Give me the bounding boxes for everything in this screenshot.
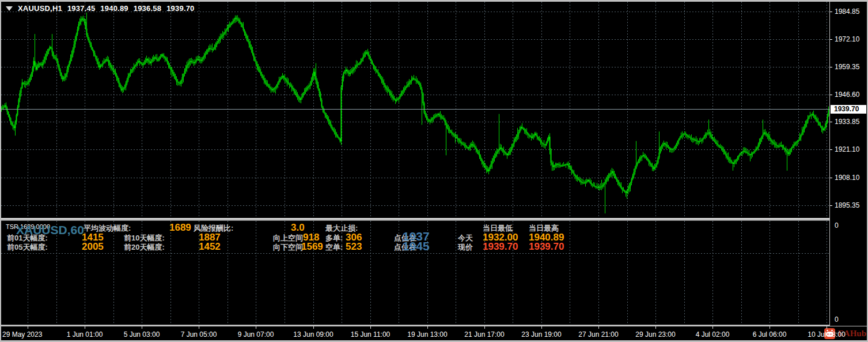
time-axis-tick (827, 326, 827, 329)
time-axis-label: 27 Jun 21:00 (578, 330, 618, 339)
time-axis-label: 1 Jun 01:00 (67, 330, 103, 339)
range-d20-label: 前20天幅度: (124, 242, 165, 253)
price-axis-label: 1984.85 (835, 7, 859, 16)
time-axis-label: 5 Jun 03:00 (124, 330, 160, 339)
price-axis-label: 1895.35 (835, 201, 859, 209)
avg-range-value: 1689 (169, 222, 191, 234)
down-space-label: 向下空间 (273, 242, 303, 253)
now-price-1: 1939.70 (483, 241, 518, 253)
price-axis-label: 1933.85 (835, 118, 859, 126)
time-axis-tick (370, 326, 371, 329)
symbol-watermark: XAUUSD,60 (16, 223, 84, 237)
time-axis-label: 13 Jun 09:00 (293, 330, 333, 339)
time-axis-tick (484, 326, 485, 329)
time-axis-tick (770, 326, 770, 329)
short-point-value: 1945 (403, 239, 430, 253)
indicator-axis-label: 0 (835, 221, 839, 230)
time-axis-label: 6 Jul 06:00 (753, 330, 787, 339)
price-axis-tick (830, 67, 832, 67)
price-axis-label: 1908.10 (835, 174, 859, 182)
short-label: 空单: (325, 242, 343, 253)
time-axis-label: 10 Jul 08:00 (808, 330, 845, 339)
price-axis-tick (830, 122, 832, 122)
price-axis-label: 1921.10 (835, 145, 859, 153)
indicator-axis-label: 0 (835, 315, 839, 324)
time-axis-tick (598, 326, 599, 329)
time-axis-tick (655, 326, 656, 329)
time-axis-tick (199, 326, 199, 329)
time-axis-label: 29 Jun 23:00 (635, 330, 675, 339)
time-axis-label: 15 Jun 11:00 (351, 330, 391, 339)
price-axis-label: 1946.60 (835, 91, 859, 99)
time-axis-tick (28, 326, 28, 329)
price-axis-tick (830, 149, 832, 150)
chart-ohlc-header: XAUUSD,H11937.451940.891936.581939.70 (6, 4, 200, 13)
price-axis-tick (830, 178, 832, 178)
frame-edge-top (0, 0, 868, 2)
ohlc-low: 1936.58 (134, 4, 161, 13)
now-label: 现价 (458, 242, 473, 253)
time-axis-label: 9 Jun 07:00 (238, 330, 274, 339)
time-axis-label: 7 Jun 05:00 (181, 330, 217, 339)
symbol-timeframe: XAUUSD,H1 (18, 4, 62, 13)
time-axis-tick (313, 326, 314, 329)
price-axis-tick (830, 205, 832, 206)
price-axis-label: 1959.35 (835, 63, 859, 71)
time-axis-label: 29 May 2023 (2, 330, 42, 339)
now-price-2: 1939.70 (529, 241, 564, 253)
frame-edge-left (0, 0, 1, 342)
short-value: 523 (346, 241, 362, 253)
time-axis-tick (541, 326, 542, 329)
time-axis-tick (427, 326, 428, 329)
chart-area[interactable]: XAUUSD,H11937.451940.891936.581939.70 (1, 2, 829, 218)
range-d20-value: 1452 (199, 241, 221, 253)
price-axis-tick (830, 12, 832, 12)
window-splitter[interactable] (1, 218, 829, 221)
time-axis-label: 19 Jun 13:00 (407, 330, 447, 339)
time-axis-label: 4 Jul 02:00 (696, 330, 730, 339)
price-axis-tick (830, 95, 832, 95)
ohlc-open: 1937.45 (67, 4, 95, 13)
time-axis-tick (142, 326, 142, 329)
symbol-dropdown-icon[interactable] (6, 6, 13, 11)
range-d05-label: 前05天幅度: (7, 242, 48, 253)
price-axis-tick (830, 39, 832, 40)
price-axis[interactable]: 1939.70 1984.851972.101959.351946.601933… (829, 0, 867, 326)
current-price-label: 1939.70 (831, 105, 866, 114)
time-axis-label: 21 Jun 17:00 (464, 330, 504, 339)
range-d05-value: 2005 (82, 241, 104, 253)
price-axis-label: 1972.10 (835, 35, 859, 43)
mt4-chart-window: XAUUSD,H11937.451940.891936.581939.70 TS… (0, 0, 868, 342)
time-axis[interactable]: EAHub 29 May 20231 Jun 01:005 Jun 03:007… (0, 326, 868, 341)
ohlc-high: 1940.89 (100, 4, 128, 13)
ohlc-close: 1939.70 (166, 4, 194, 13)
time-axis-tick (256, 326, 256, 329)
time-axis-tick (85, 326, 85, 329)
candlestick-chart[interactable] (1, 2, 829, 218)
down-space-value: 1569 (301, 241, 323, 253)
indicator-subwindow[interactable]: TSR 1689.0000 XAUUSD,60 平均波动幅度: 1689 风险报… (1, 221, 829, 326)
time-axis-tick (712, 326, 713, 329)
time-axis-label: 23 Jun 19:00 (521, 330, 561, 339)
